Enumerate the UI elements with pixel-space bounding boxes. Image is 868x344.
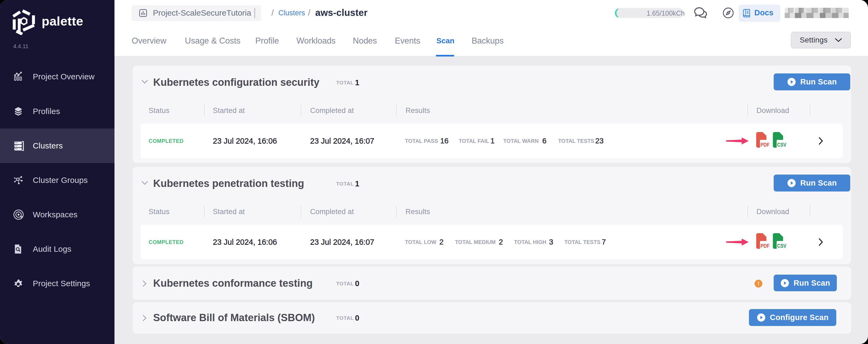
svg-text:CSV: CSV bbox=[777, 242, 786, 249]
svg-text:PDF: PDF bbox=[761, 242, 770, 249]
svg-text:CSV: CSV bbox=[777, 141, 786, 148]
svg-text:PDF: PDF bbox=[761, 141, 770, 148]
